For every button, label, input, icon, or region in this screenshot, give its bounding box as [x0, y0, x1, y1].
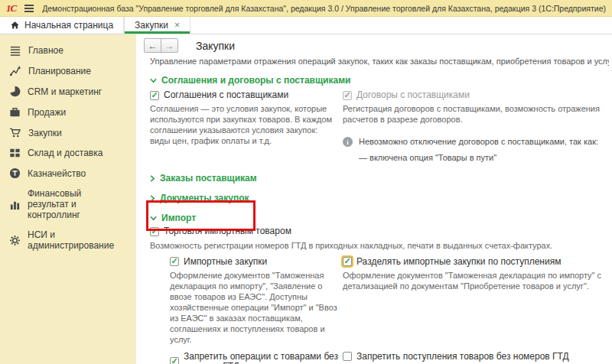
checkbox-soglasheniya[interactable]: Соглашения с поставщиками [150, 90, 343, 100]
tab-home-label: Начальная страница [24, 20, 113, 31]
agreements-left-cell: Соглашения с поставщиками Соглашения — э… [150, 86, 343, 162]
chevron-down-icon [150, 78, 157, 83]
sidebar-item-planirovanie[interactable]: Планирование [0, 60, 136, 81]
import-main-description: Возможность регистрации номеров ГТД в пр… [150, 240, 609, 251]
window-titlebar: 1С Демонстрационная база "Управление тор… [0, 0, 612, 17]
option-description: Оформление документов "Таможенная деклар… [170, 270, 343, 345]
checkbox-zapretit-operacii[interactable]: Запретить операции с товарами без номеро… [170, 352, 343, 364]
chevron-right-icon [150, 195, 155, 202]
page-subtitle: Управление параметрами отражения операци… [150, 57, 609, 66]
section-header-orders[interactable]: Заказы поставщикам [150, 173, 609, 184]
pie-chart-icon [9, 86, 21, 97]
import-section-block: Импорт Торговля импортным товаром [150, 203, 291, 236]
sidebar-item-kaznacheystvo[interactable]: Казначейство [0, 163, 136, 184]
tab-zakupki-label: Закупки [135, 20, 168, 31]
planning-route-icon [9, 65, 21, 76]
gear-icon [9, 235, 21, 246]
sidebar: Главное Планирование CRM и маркетинг Про… [0, 34, 136, 364]
sidebar-item-crm[interactable]: CRM и маркетинг [0, 81, 136, 102]
checkbox[interactable] [170, 257, 179, 266]
section-header-import[interactable]: Импорт [150, 213, 291, 223]
notice-detail: — включена опция "Товары в пути" [359, 153, 609, 162]
section-header-documents[interactable]: Документы закупок [150, 193, 609, 203]
main-content: ← → Закупки Управление параметрами отраж… [136, 34, 612, 364]
chevron-down-icon [150, 216, 157, 221]
tab-zakupki[interactable]: Закупки × [124, 17, 190, 34]
window-title: Демонстрационная база "Управление торгов… [42, 4, 606, 13]
sidebar-item-zakupki[interactable]: Закупки [0, 122, 136, 143]
menu-lines-icon [9, 45, 21, 56]
checkbox-zapretit-postupleniya[interactable]: Запретить поступления товаров без номеро… [343, 352, 609, 362]
checkbox-importnye-zakupki[interactable]: Импортные закупки [170, 257, 343, 267]
checkbox-disabled [343, 91, 352, 100]
tab-close-icon[interactable]: × [174, 20, 180, 31]
import-option-cell: Разделять импортные закупки по поступлен… [343, 257, 609, 345]
tab-home[interactable]: Начальная страница [0, 17, 124, 34]
sidebar-item-finrezultat[interactable]: Финансовый результат и контроллинг [0, 184, 136, 225]
option-description: Соглашения — это условия закупок, которы… [150, 103, 338, 146]
checkbox[interactable] [343, 257, 352, 266]
1c-logo: 1С [6, 2, 16, 15]
import-option-cell: Запретить поступления товаров без номеро… [343, 352, 609, 364]
sidebar-item-nsi[interactable]: НСИ и администрирование [0, 225, 136, 255]
info-icon: i [343, 137, 353, 147]
main-menu-icon[interactable] [23, 3, 35, 14]
treasury-coin-icon [9, 167, 21, 179]
checkbox-torgovlya-importnym[interactable]: Торговля импортным товаром [150, 226, 291, 236]
grid-icon [9, 148, 21, 158]
home-icon [10, 21, 20, 30]
chevron-right-icon [150, 175, 155, 182]
checkbox[interactable] [343, 352, 352, 361]
sidebar-item-sklad[interactable]: Склад и доставка [0, 143, 136, 163]
checkbox-razdelyat-zakupki[interactable]: Разделять импортные закупки по поступлен… [343, 257, 609, 267]
page-title: Закупки [196, 40, 235, 52]
tab-bar: Начальная страница Закупки × [0, 17, 612, 34]
briefcase-icon [9, 106, 21, 118]
checkbox[interactable] [150, 91, 159, 100]
forward-button[interactable]: → [161, 38, 178, 53]
option-description: Регистрация договоров с поставщиками, во… [343, 103, 607, 125]
checkbox[interactable] [170, 357, 179, 364]
option-description: Оформление документов "Таможенная деклар… [343, 270, 607, 291]
agreements-right-cell: Договоры с поставщиками Регистрация дого… [343, 86, 609, 162]
bar-chart-icon [9, 199, 21, 210]
import-option-cell: Запретить операции с товарами без номеро… [170, 352, 343, 364]
checkbox-dogovory: Договоры с поставщиками [343, 90, 609, 100]
sidebar-item-glavnoe[interactable]: Главное [0, 41, 136, 60]
shopping-cart-icon [9, 127, 21, 138]
sidebar-item-prodazhi[interactable]: Продажи [0, 102, 136, 122]
warning-notice: i Невозможно отключение договоров с пост… [343, 136, 609, 147]
checkbox[interactable] [150, 227, 159, 236]
section-header-agreements[interactable]: Соглашения и договоры с поставщиками [150, 75, 609, 86]
import-option-cell: Импортные закупки Оформление документов … [170, 257, 343, 345]
back-button[interactable]: ← [144, 38, 161, 53]
nav-toolbar: ← → Закупки [144, 38, 609, 53]
